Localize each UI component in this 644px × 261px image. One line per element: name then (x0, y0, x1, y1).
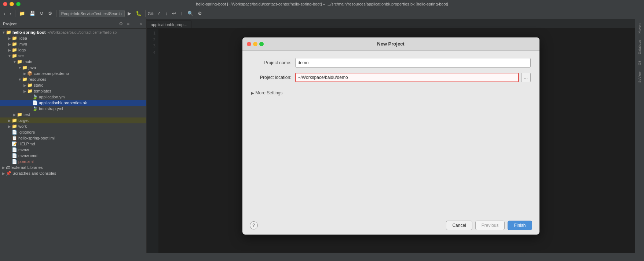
modal-minimize-button[interactable] (253, 42, 257, 46)
run-icon[interactable]: ▶ (126, 10, 133, 17)
modal-title-bar: New Project (242, 37, 539, 51)
tree-item-label: java (29, 65, 36, 70)
yml-icon: 🍃 (32, 106, 38, 111)
tree-item-test[interactable]: ▶ 📁 test (0, 112, 146, 117)
more-settings-toggle[interactable]: ▶ More Settings (251, 87, 531, 98)
tree-item-templates[interactable]: ▶ 📁 templates (0, 88, 146, 94)
folder-icon: 📁 (12, 124, 17, 129)
search-input[interactable] (59, 10, 125, 17)
tree-item-path: ~/Workspace/baidu/contact-center/hello-s… (47, 30, 117, 35)
tree-item-target[interactable]: ▶ 📁 target (0, 117, 146, 123)
tree-item-resources[interactable]: ▼ 📁 resources (0, 76, 146, 82)
close-button[interactable] (3, 2, 7, 6)
cancel-button[interactable]: Cancel (446, 221, 472, 230)
git-undo-icon[interactable]: ↩ (171, 10, 178, 17)
folder-icon: 📁 (12, 41, 17, 47)
save-icon[interactable]: 💾 (28, 10, 37, 17)
modal-title: New Project (377, 41, 404, 47)
folder-icon: 📁 (22, 77, 28, 82)
traffic-lights (3, 2, 21, 6)
expand-arrow: ▶ (7, 48, 12, 52)
tree-item-scratches[interactable]: ▶ 📌 Scratches and Consoles (0, 170, 146, 176)
tree-item-label: target (18, 118, 29, 123)
folder-icon: 📁 (27, 83, 33, 88)
git-update-icon[interactable]: ↓ (164, 10, 169, 17)
tree-item-java[interactable]: ▼ 📁 java (0, 65, 146, 70)
seview-tab[interactable]: SeView (636, 69, 643, 86)
tree-item-label: templates (34, 89, 51, 93)
tree-item-label: mvnw.cmd (18, 153, 37, 158)
modal-body: Project name: Project location: … ▶ (242, 51, 539, 216)
panel-sort-icon[interactable]: ≡ (126, 21, 131, 27)
maven-tab[interactable]: Maven (636, 21, 643, 36)
modal-maximize-button[interactable] (259, 42, 264, 46)
panel-title: Project (3, 22, 116, 26)
modal-traffic-lights (247, 42, 264, 46)
help-button[interactable]: ? (250, 221, 258, 229)
tree-item-pom-xml[interactable]: ▶ 📄 pom.xml (0, 159, 146, 164)
tree-item-src[interactable]: ▼ 📁 src (0, 53, 146, 59)
folder-icon[interactable]: 📁 (18, 10, 26, 17)
project-name-row: Project name: (251, 58, 531, 68)
tree-item-bootstrap-yml[interactable]: ▶ 🍃 bootstrap.yml (0, 106, 146, 112)
file-tree-panel: Project ⚙ ≡ – × ▼ 📁 hello-spring-boot ~/… (0, 19, 147, 253)
folder-icon: 📁 (12, 53, 17, 58)
location-field-group: … (295, 73, 531, 82)
library-icon: 🗃 (6, 165, 10, 170)
database-tab[interactable]: Database (636, 37, 643, 57)
git-icon: 📄 (12, 130, 17, 135)
debug-icon[interactable]: 🐛 (134, 10, 143, 17)
file-icon: 📄 (12, 153, 17, 158)
more-settings-label: More Settings (256, 90, 283, 95)
tree-item-applicationbk-bk[interactable]: ▶ 📄 applicationbk.properties.bk (0, 100, 146, 106)
browse-button[interactable]: … (521, 73, 531, 82)
expand-arrow: ▶ (23, 72, 27, 76)
tree-item-hello-spring-boot[interactable]: ▼ 📁 hello-spring-boot ~/Workspace/baidu/… (0, 29, 146, 35)
tree-item-label: static (34, 83, 43, 87)
panel-options-icon[interactable]: ⚙ (118, 21, 124, 27)
project-name-label: Project name: (251, 60, 295, 65)
minimize-button[interactable] (10, 2, 14, 6)
tree-item-mvnw[interactable]: ▶ 📄 mvnw (0, 147, 146, 153)
panel-close-icon[interactable]: × (138, 21, 143, 27)
refresh-icon[interactable]: ↺ (38, 10, 45, 17)
forward-button[interactable]: › (8, 10, 12, 17)
git-check-icon[interactable]: ✓ (155, 10, 162, 17)
panel-collapse-icon[interactable]: – (132, 21, 137, 27)
tree-item-static[interactable]: ▶ 📁 static (0, 82, 146, 88)
config-icon[interactable]: ⚙ (47, 10, 54, 17)
project-location-input[interactable] (295, 73, 519, 82)
git-label: Git: (148, 11, 154, 16)
tree-item-label: resources (29, 77, 46, 81)
tree-item-logs[interactable]: ▶ 📁 logs (0, 47, 146, 53)
tree-item-iml[interactable]: ▶ 📋 hello-spring-boot.iml (0, 135, 146, 141)
tree-item-main[interactable]: ▼ 📁 main (0, 59, 146, 65)
git-tab[interactable]: Git (636, 58, 643, 68)
finish-button[interactable]: Finish (508, 221, 532, 230)
tree-item-mvn[interactable]: ▶ 📁 .mvn (0, 41, 146, 47)
tree-item-label: mvnw (18, 148, 29, 152)
tree-item-gitignore[interactable]: ▶ 📄 .gitignore (0, 129, 146, 135)
tree-item-application-yml[interactable]: ▶ 🍃 application.yml (0, 94, 146, 100)
more-settings-arrow-icon: ▶ (251, 91, 254, 95)
modal-close-button[interactable] (247, 42, 251, 46)
tree-item-label: com.example.demo (34, 71, 69, 76)
git-push-icon[interactable]: ↑ (179, 10, 184, 17)
settings-icon[interactable]: ⚙ (196, 10, 204, 17)
maximize-button[interactable] (16, 2, 21, 6)
project-name-input[interactable] (295, 58, 531, 68)
tree-item-help-md[interactable]: ▶ 📝 HELP.md (0, 141, 146, 147)
tree-item-idea[interactable]: ▶ 📁 .idea (0, 35, 146, 41)
tree-item-com-example-demo[interactable]: ▶ 📦 com.example.demo (0, 70, 146, 76)
folder-icon: 📁 (12, 47, 17, 52)
expand-arrow: ▼ (18, 77, 22, 81)
folder-icon: 📁 (17, 112, 22, 117)
expand-arrow: ▶ (7, 119, 12, 123)
tree-item-mvnw-cmd[interactable]: ▶ 📄 mvnw.cmd (0, 153, 146, 159)
package-icon: 📦 (27, 71, 33, 76)
previous-button[interactable]: Previous (475, 221, 505, 230)
tree-item-external-libraries[interactable]: ▶ 🗃 External Libraries (0, 164, 146, 170)
search-everywhere-icon[interactable]: 🔍 (186, 10, 195, 17)
tree-item-work[interactable]: ▶ 📁 work (0, 123, 146, 129)
back-button[interactable]: ‹ (2, 10, 7, 17)
